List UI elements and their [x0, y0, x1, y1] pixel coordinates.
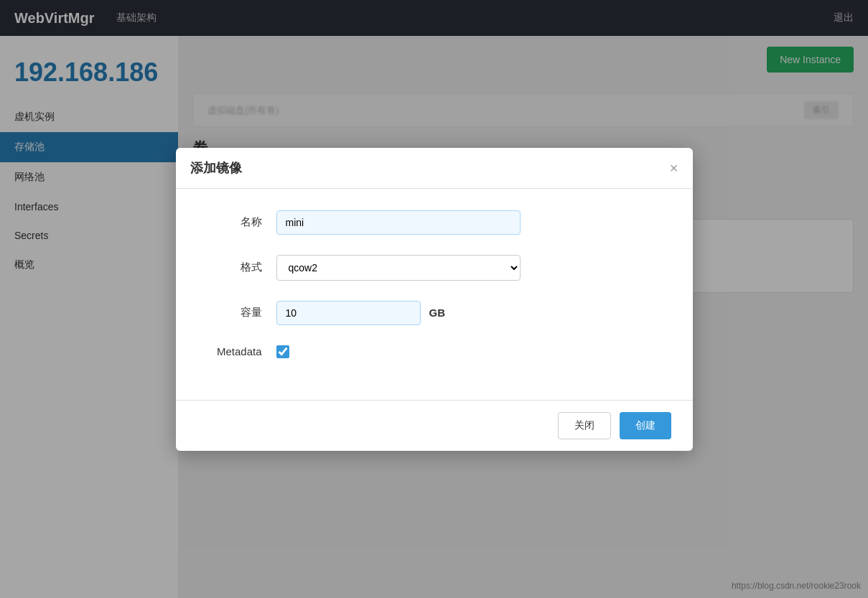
form-row-metadata: Metadata [205, 345, 664, 358]
modal-header: 添加镜像 × [176, 148, 693, 189]
modal-close-button[interactable]: × [670, 161, 678, 175]
capacity-input[interactable] [276, 301, 421, 325]
modal-title: 添加镜像 [190, 159, 242, 177]
modal-overlay: 添加镜像 × 名称 格式 qcow2 raw vmdk vdi [0, 0, 868, 598]
name-input[interactable] [276, 210, 521, 235]
cancel-button[interactable]: 关闭 [558, 412, 611, 439]
format-label: 格式 [205, 261, 276, 274]
form-row-format: 格式 qcow2 raw vmdk vdi [205, 255, 664, 281]
format-select[interactable]: qcow2 raw vmdk vdi [276, 255, 521, 281]
name-label: 名称 [205, 215, 276, 229]
form-row-capacity: 容量 GB [205, 301, 664, 325]
capacity-input-group: GB [276, 301, 446, 325]
metadata-checkbox[interactable] [276, 345, 289, 358]
create-button[interactable]: 创建 [620, 412, 671, 439]
capacity-label: 容量 [205, 306, 276, 319]
modal-footer: 关闭 创建 [176, 400, 693, 451]
modal-body: 名称 格式 qcow2 raw vmdk vdi 容量 GB [176, 189, 693, 400]
metadata-label: Metadata [205, 345, 276, 358]
form-row-name: 名称 [205, 210, 664, 235]
capacity-unit-label: GB [429, 307, 446, 319]
modal-dialog: 添加镜像 × 名称 格式 qcow2 raw vmdk vdi [176, 148, 693, 451]
